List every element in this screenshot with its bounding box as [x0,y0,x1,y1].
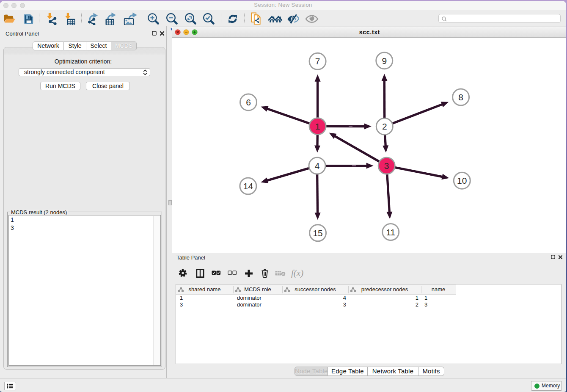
svg-text:9: 9 [382,56,387,66]
svg-text:11: 11 [386,227,395,237]
svg-text:3: 3 [384,161,389,171]
svg-text:15: 15 [313,228,322,238]
svg-text:2: 2 [382,121,387,131]
svg-text:6: 6 [246,97,251,107]
svg-text:4: 4 [315,161,320,171]
svg-text:8: 8 [458,92,463,102]
svg-text:1: 1 [315,121,320,131]
svg-text:10: 10 [457,176,467,185]
svg-text:7: 7 [315,56,320,66]
svg-text:14: 14 [243,181,253,191]
